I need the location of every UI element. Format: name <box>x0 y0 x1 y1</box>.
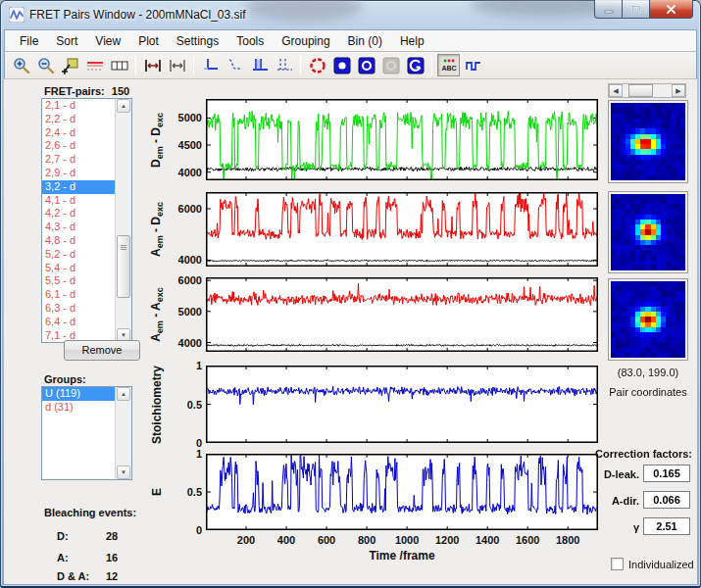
gamma-field[interactable] <box>643 517 690 535</box>
xtick-label: 1000 <box>395 534 419 546</box>
individualized-checkbox[interactable] <box>611 558 624 570</box>
scrollbar-thumb[interactable] <box>117 235 130 298</box>
plot-fret-efficiency[interactable] <box>206 454 598 530</box>
menu-help[interactable]: Help <box>391 31 433 51</box>
ytick-label: 0.5 <box>163 399 202 411</box>
fret-pair-item[interactable]: 3,2 - d <box>42 180 115 194</box>
ytick-label: 0 <box>163 524 202 536</box>
toolbar-separator <box>431 56 432 75</box>
xlim-reset-icon[interactable] <box>166 54 188 76</box>
plot-stoichiometry[interactable] <box>206 366 598 443</box>
fret-pair-item[interactable]: 4,2 - d <box>42 207 115 220</box>
menubar: FileSortViewPlotSettingsToolsGroupingBin… <box>4 29 697 52</box>
toolbar-separator <box>193 56 194 75</box>
fret-pair-item[interactable]: 2,7 - d <box>42 153 115 167</box>
menu-view[interactable]: View <box>86 31 129 51</box>
abc-labels-icon[interactable]: ABC <box>437 54 460 76</box>
bleach-step-icon[interactable] <box>199 54 222 76</box>
fret-pairs-scrollbar[interactable]: ▲ ▼ <box>115 99 131 342</box>
fret-pair-item[interactable]: 4,1 - d <box>42 194 115 208</box>
ytick-label: 5000 <box>163 112 202 123</box>
fret-spot-image[interactable] <box>609 192 687 272</box>
circle-marker-icon[interactable] <box>306 54 328 76</box>
xaxis-label: Time /frame <box>369 549 434 563</box>
xtick-label: 400 <box>277 534 295 546</box>
d-leak-label: D-leak. <box>588 468 639 480</box>
xtick-label: 1400 <box>476 534 499 546</box>
fret-pair-item[interactable]: 2,4 - d <box>42 126 115 140</box>
ytick-label: 0.5 <box>163 486 202 498</box>
ring-spot-icon[interactable] <box>355 54 377 76</box>
xlim-set-icon[interactable] <box>141 54 164 76</box>
fret-pair-item[interactable]: 6,4 - d <box>42 316 115 329</box>
a-dir-field[interactable] <box>643 491 690 509</box>
group-spot-icon[interactable] <box>404 54 426 76</box>
menu-tools[interactable]: Tools <box>227 31 273 51</box>
bleach-both-icon[interactable] <box>248 54 271 76</box>
disabled-spot-icon[interactable] <box>379 54 402 76</box>
menu-sort[interactable]: Sort <box>47 31 86 51</box>
fret-pair-item[interactable]: 5,5 - d <box>42 274 115 288</box>
plot-dem-dexc[interactable] <box>206 99 598 180</box>
menu-plot[interactable]: Plot <box>129 31 168 51</box>
acceptor-spot-image[interactable] <box>609 279 687 360</box>
menu-bin-0[interactable]: Bin (0) <box>339 31 391 51</box>
ytick-label: 1 <box>163 448 202 460</box>
group-item[interactable]: d (31) <box>42 401 115 415</box>
fret-pairs-count: 150 <box>112 85 129 97</box>
trace-fret-signal <box>206 192 598 240</box>
zoom-out-icon[interactable] <box>34 54 57 76</box>
bleach-da-value: 12 <box>106 570 118 582</box>
app-icon <box>9 7 25 23</box>
add-region-icon[interactable] <box>59 54 81 76</box>
slider-right-button[interactable]: ▶ <box>672 84 685 97</box>
bleach-fit-icon[interactable] <box>224 54 246 76</box>
slider-left-button[interactable]: ◀ <box>609 84 623 97</box>
fret-pair-item[interactable]: 5,2 - d <box>42 248 115 262</box>
gamma-label: γ <box>588 521 639 533</box>
fret-pair-item[interactable]: 2,9 - d <box>42 167 115 180</box>
fret-pair-item[interactable]: 6,3 - d <box>42 302 115 316</box>
individualized-label: Individualized <box>628 559 694 570</box>
groups-listbox[interactable]: U (119)d (31) ▲ ▼ <box>41 386 132 480</box>
groups-scrollbar[interactable]: ▲ ▼ <box>115 387 131 479</box>
frame-strip-icon[interactable] <box>108 54 130 76</box>
plot-aem-dexc[interactable] <box>206 192 598 267</box>
threshold-lines-icon[interactable] <box>83 54 106 76</box>
menu-settings[interactable]: Settings <box>168 31 227 51</box>
square-wave-icon[interactable] <box>462 54 484 76</box>
slider-thumb[interactable] <box>628 84 653 97</box>
maximize-button[interactable] <box>623 0 649 19</box>
filled-spot-icon[interactable] <box>330 54 353 76</box>
d-leak-field[interactable] <box>643 465 690 482</box>
menu-grouping[interactable]: Grouping <box>273 31 338 51</box>
close-button[interactable] <box>649 0 693 19</box>
toolbar-separator <box>300 56 301 75</box>
scroll-down-button[interactable]: ▼ <box>117 466 130 479</box>
a-dir-label: A-dir. <box>588 495 639 507</box>
menu-file[interactable]: File <box>11 31 47 51</box>
fret-pair-item[interactable]: 2,2 - d <box>42 113 115 126</box>
fret-pair-item[interactable]: 5,4 - d <box>42 262 115 275</box>
fret-pair-item[interactable]: 2,6 - d <box>42 139 115 153</box>
minimize-button[interactable] <box>594 0 623 19</box>
fret-pair-item[interactable]: 6,1 - d <box>42 288 115 302</box>
scroll-up-button[interactable]: ▲ <box>117 99 130 113</box>
group-item[interactable]: U (119) <box>42 387 115 401</box>
remove-button[interactable]: Remove <box>64 340 140 361</box>
frame-slider[interactable]: ◀ ▶ <box>608 83 686 98</box>
fret-pair-item[interactable]: 4,8 - d <box>42 234 115 248</box>
plot-aem-aexc[interactable] <box>206 277 598 352</box>
groups-items: U (119)d (31) <box>42 387 115 479</box>
trace-background <box>206 344 598 346</box>
bleach-both-dashed-icon[interactable] <box>273 54 295 76</box>
donor-spot-image[interactable] <box>609 101 687 182</box>
fret-pair-item[interactable]: 4,3 - d <box>42 220 115 234</box>
fret-pairs-caption: FRET-pairs: <box>44 85 105 97</box>
fret-pair-item[interactable]: 2,1 - d <box>42 99 115 113</box>
zoom-in-icon[interactable] <box>10 54 32 76</box>
scroll-up-button[interactable]: ▲ <box>117 387 130 401</box>
fret-pairs-listbox[interactable]: 2,1 - d2,2 - d2,4 - d2,6 - d2,7 - d2,9 -… <box>41 98 132 343</box>
trace-stoichiometry <box>206 386 598 405</box>
groups-label: Groups: <box>44 373 86 385</box>
